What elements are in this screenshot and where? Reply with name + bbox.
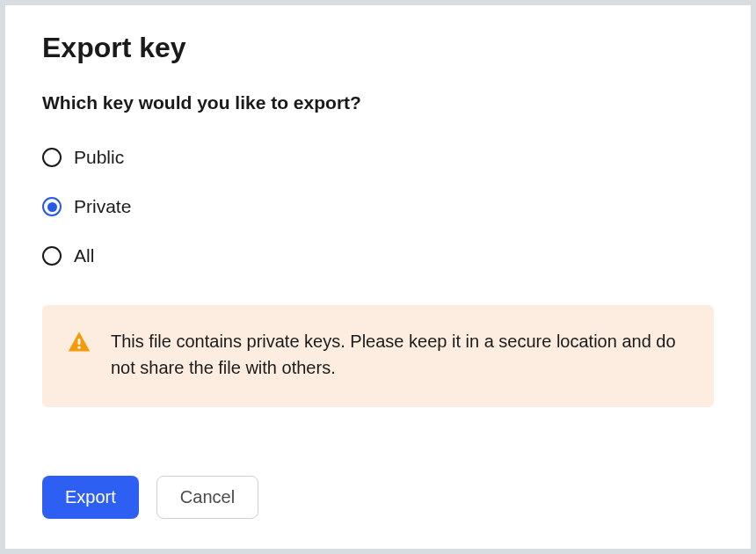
dialog-button-row: Export Cancel bbox=[42, 476, 714, 519]
warning-icon bbox=[67, 330, 91, 354]
radio-option-private[interactable]: Private bbox=[42, 196, 714, 217]
key-type-radio-group: Public Private All bbox=[42, 147, 714, 266]
dialog-question: Which key would you like to export? bbox=[42, 92, 714, 113]
svg-rect-0 bbox=[78, 339, 81, 345]
export-button[interactable]: Export bbox=[42, 476, 139, 519]
radio-option-all[interactable]: All bbox=[42, 245, 714, 266]
svg-point-1 bbox=[77, 346, 80, 349]
dialog-title: Export key bbox=[42, 32, 714, 64]
radio-label-private: Private bbox=[74, 196, 131, 217]
radio-icon bbox=[42, 148, 62, 167]
warning-text: This file contains private keys. Please … bbox=[111, 328, 689, 381]
cancel-button[interactable]: Cancel bbox=[156, 476, 258, 519]
radio-icon bbox=[42, 246, 62, 266]
radio-option-public[interactable]: Public bbox=[42, 147, 714, 168]
radio-label-all: All bbox=[74, 245, 94, 266]
radio-icon bbox=[42, 197, 62, 216]
warning-banner: This file contains private keys. Please … bbox=[42, 305, 714, 407]
radio-label-public: Public bbox=[74, 147, 124, 168]
export-key-dialog: Export key Which key would you like to e… bbox=[5, 5, 751, 549]
